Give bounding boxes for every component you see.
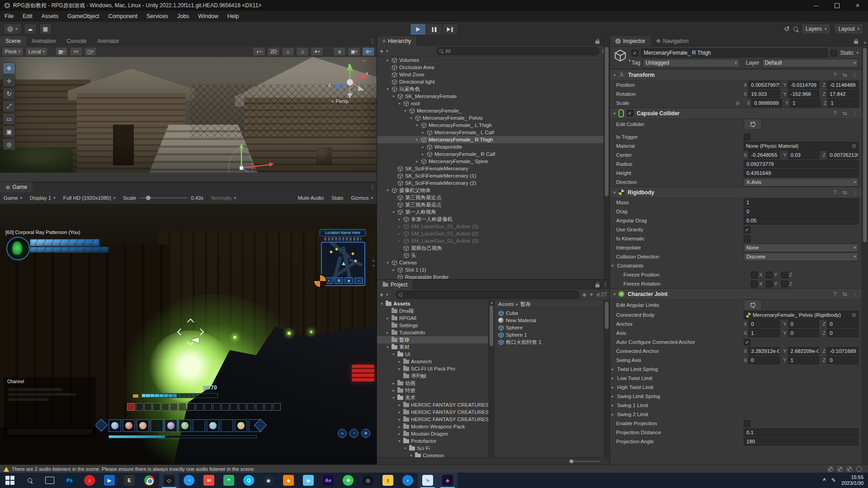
hierarchy-item[interactable]: ▾摄像机父物体 xyxy=(377,187,604,194)
number-input[interactable]: 0 xyxy=(748,356,780,364)
dropdown-field[interactable]: Discrete▾ xyxy=(744,253,859,261)
visual-studio-icon[interactable]: ◆ xyxy=(438,473,458,488)
create-button[interactable]: + xyxy=(380,47,383,55)
expander-icon[interactable]: ▾ xyxy=(385,260,391,265)
maximize-button[interactable] xyxy=(826,0,847,11)
epic-games-icon[interactable]: E xyxy=(119,473,139,488)
lock-icon[interactable] xyxy=(595,284,599,287)
wechat-icon[interactable]: ❝ xyxy=(219,473,239,488)
expander-icon[interactable]: ▸ xyxy=(396,410,402,414)
object-field[interactable]: None (Physic Material)⊙ xyxy=(744,142,859,150)
dropdown-field[interactable]: X-Axis▾ xyxy=(744,178,859,187)
number-input[interactable]: -0.1071689 xyxy=(827,347,859,355)
project-folder[interactable]: Settings xyxy=(377,322,488,329)
scale-tool-icon[interactable]: ⤢ xyxy=(3,100,15,112)
project-folder[interactable]: ▾美术 xyxy=(377,394,488,401)
number-input[interactable]: 1 xyxy=(788,356,820,364)
custom-tool-icon[interactable]: ◎ xyxy=(3,138,15,150)
expander-icon[interactable]: ▾ xyxy=(396,439,402,443)
chat-input[interactable] xyxy=(7,429,92,435)
menu-icon[interactable]: ⋮ xyxy=(851,110,859,117)
2d-toggle[interactable]: 2D xyxy=(267,47,280,56)
expander-icon[interactable]: ▸ xyxy=(396,432,402,436)
breadcrumb-current[interactable]: 暂存 xyxy=(520,301,531,308)
number-input[interactable]: 0.9999999 xyxy=(751,99,782,107)
menu-help[interactable]: Help xyxy=(223,11,244,22)
hierarchy-item[interactable]: ▾MercenaryFemale_ L Thigh xyxy=(377,122,604,129)
hierarchy-item[interactable]: ▸MercenaryFemale_ L Calf xyxy=(377,129,604,136)
expander-icon[interactable]: ▸ xyxy=(396,224,402,229)
project-folder[interactable]: ▾素材 xyxy=(377,343,488,351)
help-icon[interactable]: ? xyxy=(831,291,839,297)
asset-list-scrollbar[interactable] xyxy=(604,300,609,458)
minimap-waypoint-button[interactable]: ♣ xyxy=(344,277,353,284)
create-button[interactable]: + xyxy=(380,291,383,298)
foldout-icon[interactable]: ▸ xyxy=(612,376,617,380)
after-effects-icon[interactable]: Ae xyxy=(318,473,338,488)
project-folder[interactable]: ▸SCI-FI UI Pack Pro xyxy=(377,365,488,372)
menu-icon[interactable]: ⋮ xyxy=(851,72,859,78)
expander-icon[interactable]: ▾ xyxy=(402,446,408,450)
expander-icon[interactable]: ▾ xyxy=(391,352,396,357)
menu-edit[interactable]: Edit xyxy=(18,11,37,22)
expander-icon[interactable]: ▸ xyxy=(385,316,391,320)
grid-shortcut-button[interactable]: ▦ xyxy=(39,23,52,34)
number-input[interactable]: -152.966 xyxy=(788,90,820,98)
hierarchy-item[interactable]: ▸MercenaryFemale_ Spine xyxy=(377,158,604,165)
component-header-character-joint[interactable]: ▾↺Character Joint?⇆⋮ xyxy=(610,288,862,300)
foldout-icon[interactable]: ▸ xyxy=(612,412,617,417)
search-by-label-icon[interactable]: ✦ xyxy=(589,291,594,298)
task-view-button[interactable] xyxy=(40,473,60,488)
expander-icon[interactable]: ▸ xyxy=(420,130,426,135)
edit-angular-limits-button[interactable] xyxy=(744,300,762,310)
hierarchy-item[interactable]: SK_SciFiFemaleMercenary (2) xyxy=(377,179,604,187)
search-icon[interactable] xyxy=(793,27,798,31)
number-input[interactable]: 3.282912e-08 xyxy=(748,347,780,355)
project-folder[interactable]: ▸HEROIC FANTASY CREATURES xyxy=(377,416,488,423)
freeze-y-checkbox[interactable] xyxy=(766,272,773,278)
app-orange-icon[interactable]: ◆ xyxy=(278,473,298,488)
foldout-icon[interactable]: ▾ xyxy=(613,190,616,195)
expander-icon[interactable]: ▾ xyxy=(414,137,420,142)
play-button[interactable] xyxy=(410,23,426,35)
hidden-packages-count[interactable]: ø27 xyxy=(596,291,607,298)
number-input[interactable]: 2.682209e-07 xyxy=(788,347,820,355)
minimap-zoom-in-button[interactable]: + xyxy=(325,277,333,284)
notifications-muted-icon[interactable] xyxy=(828,466,833,472)
expander-icon[interactable]: ▾ xyxy=(385,188,391,192)
link-scale-icon[interactable]: ⊘ xyxy=(736,100,740,106)
expander-icon[interactable]: ▸ xyxy=(414,159,420,164)
expander-icon[interactable]: ▸ xyxy=(420,145,426,149)
hierarchy-item[interactable]: Wind Zone xyxy=(377,71,604,78)
mute-audio-toggle[interactable]: Mute Audio xyxy=(294,192,328,204)
expander-icon[interactable]: ▸ xyxy=(391,381,396,385)
expander-icon[interactable]: ▸ xyxy=(396,359,402,364)
gizmo-nav-dropdown[interactable]: ⊕▾ xyxy=(362,47,375,56)
presets-icon[interactable]: ⇆ xyxy=(841,291,849,297)
hierarchy-item[interactable]: ▾MercenaryFemale_ xyxy=(377,107,604,114)
hierarchy-item[interactable]: ▸MercenaryFemale_ R Calf xyxy=(377,150,604,158)
number-input[interactable]: 0 xyxy=(748,320,780,328)
tab-scene[interactable]: Scene xyxy=(0,36,26,46)
number-input[interactable]: 0.005379975 xyxy=(748,81,780,89)
presets-icon[interactable]: ⇆ xyxy=(841,189,849,196)
number-input[interactable]: 15.923 xyxy=(748,90,780,98)
game-viewport[interactable]: [60] Corporal Ray Patterson (You) Locati… xyxy=(0,204,377,465)
expander-icon[interactable]: ▾ xyxy=(414,123,420,127)
number-input[interactable]: -0.1148489 xyxy=(827,81,859,89)
asset-item[interactable]: New Material xyxy=(495,317,604,324)
display-dropdown[interactable]: Display 1▾ xyxy=(26,192,60,204)
cloud-button[interactable]: ☁ xyxy=(24,23,37,34)
scene-audio-toggle[interactable]: ♫ xyxy=(296,47,309,56)
project-folder[interactable]: Dna猫 xyxy=(377,307,488,314)
expander-icon[interactable]: ▸ xyxy=(420,152,426,156)
hierarchy-item[interactable]: ▾第一人称视角 xyxy=(377,208,604,216)
checkbox[interactable] xyxy=(744,235,750,242)
qq-icon[interactable]: Q xyxy=(239,473,259,488)
help-icon[interactable]: ? xyxy=(831,189,839,196)
hierarchy-item[interactable]: ▸非第一人称摄像机 xyxy=(377,216,604,223)
number-input[interactable]: 17.842 xyxy=(827,90,859,98)
asset-item[interactable]: Sphere 1 xyxy=(495,331,604,338)
foldout-icon[interactable]: ▸ xyxy=(612,385,617,389)
tab-inspector[interactable]: iInspector xyxy=(610,36,651,46)
